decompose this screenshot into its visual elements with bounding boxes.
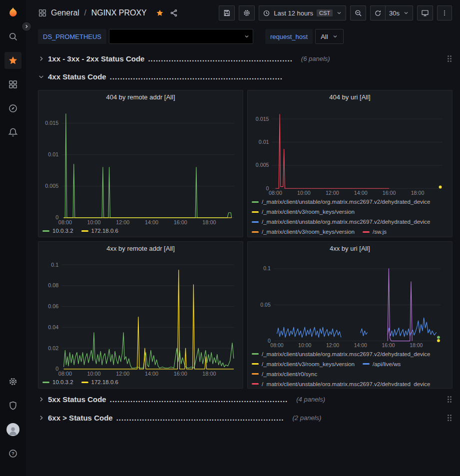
breadcrumb-section[interactable]: General — [51, 8, 79, 17]
row-title-dots: ........................................… — [110, 72, 283, 81]
svg-text:08:00: 08:00 — [270, 343, 283, 348]
svg-text:10:00: 10:00 — [87, 219, 101, 225]
panel-4xx-by-remote-addr: 4xx by remote addr [All] 00.020.040.060.… — [38, 241, 243, 389]
legend-item[interactable]: 172.18.0.6 — [81, 378, 118, 386]
row-header-6xx[interactable]: 6xx > Status Code ......................… — [38, 411, 453, 424]
dashboard-scroll-area: 1xx - 3xx - 2xx Status Code ............… — [26, 48, 460, 476]
panel-title[interactable]: 404 by uri [All] — [251, 90, 449, 104]
timeseries-chart[interactable]: 00.050.108:0010:0012:0014:0016:0018:00 — [251, 255, 449, 349]
legend-item[interactable]: /_matrix/client/unstable/org.matrix.msc2… — [252, 380, 431, 386]
legend-item[interactable]: /_matrix/client/v3/room_keys/version — [252, 360, 355, 368]
save-dashboard-button[interactable] — [219, 5, 235, 20]
refresh-interval-dropdown[interactable]: 30s — [385, 5, 413, 20]
breadcrumb-dashboard-title[interactable]: NGINX PROXY — [91, 8, 147, 17]
svg-text:0.1: 0.1 — [51, 261, 58, 267]
timeseries-chart[interactable]: 00.020.040.060.080.108:0010:0012:0014:00… — [41, 256, 240, 377]
row-panel-count: (2 panels) — [293, 414, 322, 422]
breadcrumb: General / NGINX PROXY — [51, 8, 147, 17]
datasource-variable-label[interactable]: DS_PROMETHEUS — [38, 29, 106, 44]
row-header-5xx[interactable]: 5xx Status Code ........................… — [38, 393, 453, 406]
row-header-1xx-3xx-2xx[interactable]: 1xx - 3xx - 2xx Status Code ............… — [38, 52, 453, 65]
legend-item[interactable]: /_matrix/client/unstable/org.matrix.msc2… — [252, 198, 431, 206]
svg-text:0.02: 0.02 — [48, 345, 58, 351]
row-drag-handle[interactable] — [447, 395, 453, 404]
legend-series-name: /_matrix/client/v3/room_keys/version — [262, 228, 355, 235]
server-admin-shield-icon[interactable] — [4, 397, 21, 414]
dashboard-settings-button[interactable] — [239, 5, 255, 20]
row-title: 5xx Status Code — [48, 395, 106, 404]
row-title-dots: ........................................… — [116, 414, 284, 422]
legend-item[interactable]: /_matrix/client/unstable/org.matrix.msc2… — [252, 350, 431, 358]
sidebar-expand-arrow[interactable] — [22, 22, 31, 31]
chart-legend: 10.0.3.2172.18.0.6 — [41, 227, 240, 235]
legend-series-color-mark — [252, 221, 259, 223]
svg-text:10:00: 10:00 — [87, 370, 101, 376]
svg-text:0.005: 0.005 — [256, 162, 269, 168]
favorite-star-icon[interactable] — [156, 9, 164, 17]
refresh-group: 30s — [370, 5, 413, 20]
svg-text:14:00: 14:00 — [354, 343, 367, 348]
share-icon[interactable] — [170, 9, 178, 17]
svg-text:0.06: 0.06 — [48, 303, 58, 309]
row-drag-handle[interactable] — [447, 54, 453, 63]
panel-404-by-remote-addr: 404 by remote addr [All] 00.0050.010.015… — [38, 90, 243, 237]
legend-series-color-mark — [81, 230, 88, 232]
explore-compass-icon[interactable] — [4, 100, 21, 117]
row-title: 1xx - 3xx - 2xx Status Code — [48, 54, 144, 63]
legend-series-name: /_matrix/client/unstable/org.matrix.msc2… — [262, 218, 431, 226]
svg-text:0.04: 0.04 — [48, 324, 58, 330]
timeseries-chart[interactable]: 00.0050.010.01508:0010:0012:0014:0016:00… — [251, 104, 449, 196]
refresh-button[interactable] — [370, 5, 385, 20]
request-host-label[interactable]: request_host — [265, 29, 313, 44]
zoom-out-time-button[interactable] — [350, 5, 366, 20]
legend-series-color-mark — [42, 230, 49, 232]
legend-item[interactable]: 172.18.0.6 — [81, 227, 118, 235]
chevron-right-icon — [38, 55, 44, 62]
legend-item[interactable]: /_matrix/client/r0/sync — [252, 370, 317, 378]
legend-item[interactable]: /api/live/ws — [363, 360, 401, 368]
row-drag-handle[interactable] — [447, 414, 453, 422]
user-avatar[interactable] — [4, 421, 21, 438]
legend-series-name: /_matrix/client/v3/room_keys/version — [262, 208, 355, 216]
starred-nav-icon[interactable] — [4, 52, 21, 69]
timezone-badge: CST — [317, 9, 333, 16]
grafana-logo-icon[interactable] — [4, 4, 21, 21]
chart-legend: /_matrix/client/unstable/org.matrix.msc2… — [251, 350, 449, 386]
panel-grid: 404 by remote addr [All] 00.0050.010.015… — [38, 90, 453, 389]
panel-title[interactable]: 4xx by uri [All] — [251, 242, 449, 255]
legend-item[interactable]: /_matrix/client/unstable/org.matrix.msc2… — [252, 218, 431, 226]
kebab-menu-button[interactable] — [437, 5, 452, 20]
svg-text:14:00: 14:00 — [145, 219, 158, 225]
request-host-select[interactable]: All — [315, 29, 343, 44]
dashboards-icon[interactable] — [4, 76, 21, 93]
panel-title[interactable]: 404 by remote addr [All] — [41, 90, 240, 104]
alerting-bell-icon[interactable] — [4, 124, 21, 141]
tv-mode-button[interactable] — [417, 5, 433, 20]
legend-item[interactable]: /_matrix/client/v3/room_keys/version — [252, 228, 355, 235]
template-variables-bar: DS_PROMETHEUS request_host All — [26, 26, 460, 48]
svg-text:14:00: 14:00 — [354, 190, 368, 196]
legend-item[interactable]: 10.0.3.2 — [42, 227, 73, 235]
svg-text:18:00: 18:00 — [411, 190, 425, 196]
row-header-4xx[interactable]: 4xx Status Code ........................… — [38, 70, 453, 83]
chart-legend: /_matrix/client/unstable/org.matrix.msc2… — [251, 198, 449, 235]
time-range-picker[interactable]: Last 12 hours CST — [259, 5, 346, 20]
svg-text:0.05: 0.05 — [260, 302, 271, 307]
chevron-down-icon — [336, 10, 342, 16]
svg-text:?: ? — [11, 451, 14, 456]
legend-item[interactable]: /sw.js — [363, 228, 387, 235]
svg-text:0.01: 0.01 — [259, 139, 269, 145]
datasource-variable-select[interactable] — [109, 29, 253, 44]
legend-item[interactable]: /_matrix/client/v3/room_keys/version — [252, 208, 355, 216]
panel-title[interactable]: 4xx by remote addr [All] — [41, 242, 240, 256]
legend-item[interactable]: 10.0.3.2 — [42, 378, 73, 386]
timeseries-chart[interactable]: 00.0050.010.01508:0010:0012:0014:0016:00… — [41, 104, 240, 226]
legend-series-color-mark — [363, 231, 370, 233]
help-icon[interactable]: ? — [4, 445, 21, 462]
svg-text:08:00: 08:00 — [269, 190, 282, 196]
configuration-gear-icon[interactable] — [4, 373, 21, 390]
dashboard-toolbar: Last 12 hours CST 30s — [219, 5, 452, 20]
legend-series-color-mark — [252, 231, 259, 233]
search-icon[interactable] — [4, 28, 21, 45]
request-host-variable: request_host All — [265, 29, 344, 44]
